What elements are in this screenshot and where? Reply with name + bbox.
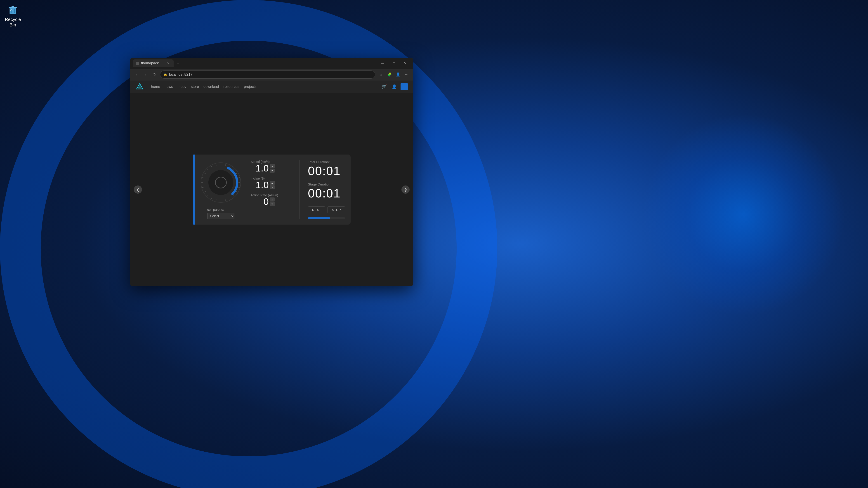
nav-moov[interactable]: moov	[178, 85, 186, 89]
speedometer-section: compare to: Select Option 1 Option 2	[193, 160, 243, 219]
cart-button[interactable]: 🛒	[381, 83, 388, 90]
total-duration-value: 00:01	[308, 165, 345, 177]
speed-value: 1.0	[251, 164, 269, 173]
tab-favicon	[136, 62, 139, 65]
incline-value: 1.0	[251, 180, 269, 190]
profile-button[interactable]: 👤	[394, 71, 402, 78]
next-button[interactable]: NEXT	[308, 206, 325, 213]
action-rate-down-button[interactable]: ▼	[270, 202, 275, 206]
address-text: localhost:5217	[169, 72, 372, 76]
extensions-button[interactable]: 🧩	[385, 71, 393, 78]
browser-content: home news moov store download resources …	[130, 80, 413, 286]
window-controls: — □ ✕	[377, 60, 410, 67]
prev-button[interactable]: ❮	[134, 186, 142, 194]
compare-select[interactable]: Select Option 1 Option 2	[207, 213, 235, 219]
progress-bar-fill	[308, 217, 330, 219]
svg-line-21	[230, 198, 230, 199]
tab-title: themepack	[141, 61, 164, 65]
incline-down-button[interactable]: ▼	[270, 185, 275, 189]
stop-button[interactable]: STOP	[328, 206, 345, 213]
close-button[interactable]: ✕	[400, 60, 410, 67]
wallpaper-glow	[642, 113, 845, 316]
nav-projects[interactable]: projects	[244, 85, 256, 89]
nav-actions: 🛒 👤	[381, 83, 408, 90]
maximize-button[interactable]: □	[389, 60, 399, 67]
action-rate-control: Action Rate (A/min) 0 ▲ ▼	[251, 193, 291, 206]
settings-button[interactable]: ⋯	[403, 71, 410, 78]
svg-line-28	[202, 187, 204, 188]
browser-tab-active[interactable]: themepack ✕	[133, 59, 174, 67]
svg-line-33	[211, 166, 212, 167]
refresh-button[interactable]: ↻	[151, 71, 158, 78]
svg-rect-2	[11, 6, 14, 7]
total-duration-block: Total Duration: 00:01	[308, 160, 345, 177]
forward-button[interactable]: ›	[142, 71, 149, 78]
svg-line-14	[233, 169, 235, 170]
nav-store[interactable]: store	[191, 85, 199, 89]
stage-duration-block: Stage Duration: 00:01	[308, 182, 345, 199]
nav-news[interactable]: news	[164, 85, 173, 89]
stage-duration-label: Stage Duration:	[308, 182, 345, 186]
incline-stepper: ▲ ▼	[270, 181, 275, 189]
svg-line-25	[211, 198, 212, 199]
speed-up-button[interactable]: ▲	[270, 164, 275, 168]
svg-line-24	[216, 199, 216, 201]
app-logo[interactable]	[135, 83, 144, 91]
incline-value-group: 1.0 ▲ ▼	[251, 180, 291, 190]
svg-line-26	[207, 195, 209, 196]
tab-close-button[interactable]: ✕	[166, 61, 170, 65]
svg-line-15	[236, 173, 238, 174]
svg-line-27	[204, 191, 206, 192]
speedometer	[198, 160, 243, 205]
right-panel: Total Duration: 00:01 Stage Duration: 00…	[308, 160, 345, 219]
minimize-button[interactable]: —	[377, 60, 388, 67]
nav-resources[interactable]: resources	[223, 85, 239, 89]
secure-icon: 🔒	[163, 73, 167, 76]
svg-text:♻: ♻	[10, 9, 13, 12]
svg-line-12	[225, 164, 226, 166]
app-navbar: home news moov store download resources …	[130, 80, 413, 93]
nav-links: home news moov store download resources …	[151, 85, 381, 89]
theme-button[interactable]	[401, 83, 408, 90]
speed-stepper: ▲ ▼	[270, 164, 275, 173]
panel-divider	[300, 160, 300, 219]
speed-control: Speed (km/h) 1.0 ▲ ▼	[251, 160, 291, 173]
user-button[interactable]: 👤	[391, 83, 398, 90]
nav-download[interactable]: download	[204, 85, 219, 89]
total-duration-label: Total Duration:	[308, 160, 345, 164]
action-rate-stepper: ▲ ▼	[270, 197, 275, 206]
svg-line-22	[225, 199, 226, 201]
svg-line-19	[236, 191, 238, 192]
action-rate-value-group: 0 ▲ ▼	[251, 197, 291, 206]
svg-line-13	[230, 166, 230, 167]
svg-line-32	[207, 169, 209, 170]
recycle-bin-desktop-icon[interactable]: ♻ Recycle Bin	[1, 1, 25, 29]
stage-duration-value: 00:01	[308, 187, 345, 199]
action-buttons: NEXT STOP	[308, 206, 345, 213]
compare-label: compare to:	[207, 208, 224, 212]
recycle-bin-label: Recycle Bin	[3, 17, 23, 28]
new-tab-button[interactable]: +	[175, 60, 182, 67]
next-button-arrow[interactable]: ❯	[401, 186, 410, 194]
action-rate-up-button[interactable]: ▲	[270, 197, 275, 201]
favorites-button[interactable]: ☆	[377, 71, 385, 78]
action-rate-value: 0	[251, 197, 269, 206]
svg-line-20	[233, 195, 235, 196]
incline-up-button[interactable]: ▲	[270, 181, 275, 185]
svg-line-31	[204, 173, 206, 174]
compare-section: compare to: Select Option 1 Option 2	[207, 208, 235, 219]
workout-widget: compare to: Select Option 1 Option 2 Spe…	[193, 155, 350, 225]
speedometer-center-button[interactable]	[215, 177, 227, 188]
duration-section: Total Duration: 00:01 Stage Duration: 00…	[308, 160, 345, 199]
browser-toolbar: ‹ › ↻ 🔒 localhost:5217 ☆ 🧩 👤 ⋯	[130, 69, 413, 80]
back-button[interactable]: ‹	[133, 71, 140, 78]
svg-line-18	[238, 187, 240, 188]
browser-tabs: themepack ✕ +	[133, 59, 376, 67]
address-bar[interactable]: 🔒 localhost:5217	[160, 70, 375, 78]
browser-titlebar: themepack ✕ + — □ ✕	[130, 58, 413, 69]
svg-line-34	[216, 164, 216, 166]
speed-down-button[interactable]: ▼	[270, 168, 275, 173]
svg-line-30	[202, 177, 204, 178]
nav-home[interactable]: home	[151, 85, 160, 89]
browser-window: themepack ✕ + — □ ✕ ‹ › ↻ 🔒 localhost:52…	[130, 58, 413, 286]
